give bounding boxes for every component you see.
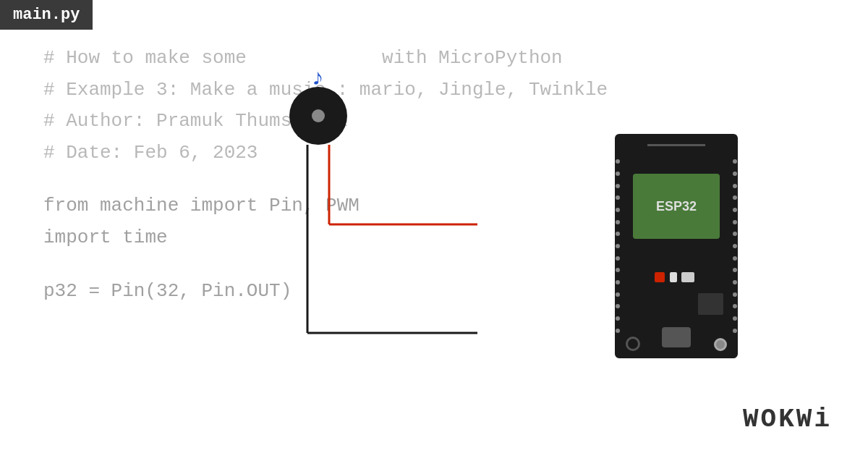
pin-dot <box>616 316 620 321</box>
pin-dot <box>733 256 737 261</box>
pin-dot <box>733 329 737 333</box>
pin-dot <box>733 220 737 224</box>
pin-row-left <box>615 156 621 337</box>
pin-dot <box>733 244 737 248</box>
code-gap-1 <box>43 169 608 191</box>
pin-dot <box>616 292 620 297</box>
pin-dot <box>733 280 737 284</box>
code-line-5: from machine import Pin, PWM <box>43 191 608 221</box>
pin-dot <box>733 184 737 188</box>
esp32-board: ESP32 <box>615 134 738 358</box>
antenna-area <box>626 138 727 152</box>
wokwi-text: WOKWi <box>743 405 832 434</box>
pin-dot <box>616 220 620 224</box>
pin-dot <box>733 172 737 176</box>
pin-dot <box>616 208 620 212</box>
led-red <box>655 272 665 282</box>
pin-dot <box>616 184 620 188</box>
pin-dot <box>616 280 620 284</box>
mount-hole-left <box>626 337 640 351</box>
buzzer-center <box>312 109 325 122</box>
wokwi-logo: WOKWi <box>743 405 832 434</box>
pin-row-right <box>732 156 738 337</box>
code-line-1: # How to make some with MicroPython <box>43 43 608 74</box>
pin-dot <box>733 159 737 164</box>
pin-dot <box>616 268 620 272</box>
button-right <box>714 338 727 351</box>
pin-dot <box>616 329 620 333</box>
esp32-chip: ESP32 <box>633 174 720 239</box>
pin-dot <box>733 304 737 308</box>
small-chip <box>698 293 723 315</box>
pin-dot <box>733 208 737 212</box>
pin-dot <box>733 195 737 200</box>
pin-dot <box>733 268 737 272</box>
pin-dot <box>616 232 620 236</box>
buzzer-component <box>289 87 347 145</box>
buzzer-body <box>289 87 347 145</box>
pin-dot <box>733 232 737 236</box>
pin-dot <box>616 244 620 248</box>
code-area: # How to make some with MicroPython # Ex… <box>43 43 608 308</box>
pin-dot <box>733 292 737 297</box>
pin-dot <box>616 159 620 164</box>
music-note-icon: ♪ <box>311 65 325 92</box>
code-line-7: p32 = Pin(32, Pin.OUT) <box>43 276 608 307</box>
title-label: main.py <box>13 6 80 24</box>
title-bar: main.py <box>0 0 93 30</box>
pin-dot <box>616 172 620 176</box>
led-white1 <box>670 272 677 282</box>
pin-dot <box>616 304 620 308</box>
pin-dot <box>616 256 620 261</box>
antenna-line <box>647 144 705 146</box>
pin-dot <box>733 316 737 321</box>
code-line-6: import time <box>43 223 608 253</box>
code-gap-2 <box>43 255 608 276</box>
usb-port <box>662 327 691 347</box>
pin-dot <box>616 195 620 200</box>
led-white2 <box>681 272 694 282</box>
main-container: main.py # How to make some with MicroPyt… <box>0 0 868 456</box>
